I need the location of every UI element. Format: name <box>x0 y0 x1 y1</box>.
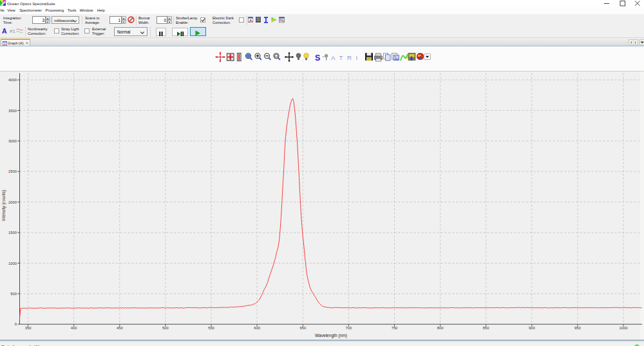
svg-text:3500: 3500 <box>8 109 17 113</box>
svg-text:450: 450 <box>117 326 123 330</box>
svg-text:2500: 2500 <box>8 169 17 173</box>
svg-text:950: 950 <box>574 326 581 330</box>
svg-text:900: 900 <box>529 326 535 330</box>
svg-text:500: 500 <box>162 326 169 330</box>
svg-text:500: 500 <box>10 292 17 296</box>
svg-text:750: 750 <box>392 326 398 330</box>
svg-text:800: 800 <box>437 326 444 330</box>
svg-text:1000: 1000 <box>8 262 17 265</box>
svg-text:850: 850 <box>483 326 489 330</box>
svg-text:700: 700 <box>346 326 352 330</box>
svg-text:400: 400 <box>71 326 77 330</box>
svg-text:2000: 2000 <box>8 200 17 204</box>
svg-text:600: 600 <box>254 326 260 330</box>
svg-text:1000: 1000 <box>620 326 628 330</box>
svg-text:550: 550 <box>208 326 214 330</box>
svg-text:0: 0 <box>15 322 17 326</box>
svg-text:S: S <box>315 53 320 62</box>
svg-text:1500: 1500 <box>8 231 17 235</box>
svg-text:R: R <box>347 54 352 61</box>
svg-text:4000: 4000 <box>8 78 17 82</box>
svg-text:3000: 3000 <box>8 139 17 143</box>
svg-text:I: I <box>356 54 358 61</box>
svg-text:Wavelength (nm): Wavelength (nm) <box>315 333 347 338</box>
svg-text:350: 350 <box>25 326 32 330</box>
svg-text:Intensity (counts): Intensity (counts) <box>1 190 6 221</box>
svg-text:650: 650 <box>299 326 306 330</box>
svg-text:T: T <box>339 54 343 61</box>
svg-text:A: A <box>331 54 336 61</box>
